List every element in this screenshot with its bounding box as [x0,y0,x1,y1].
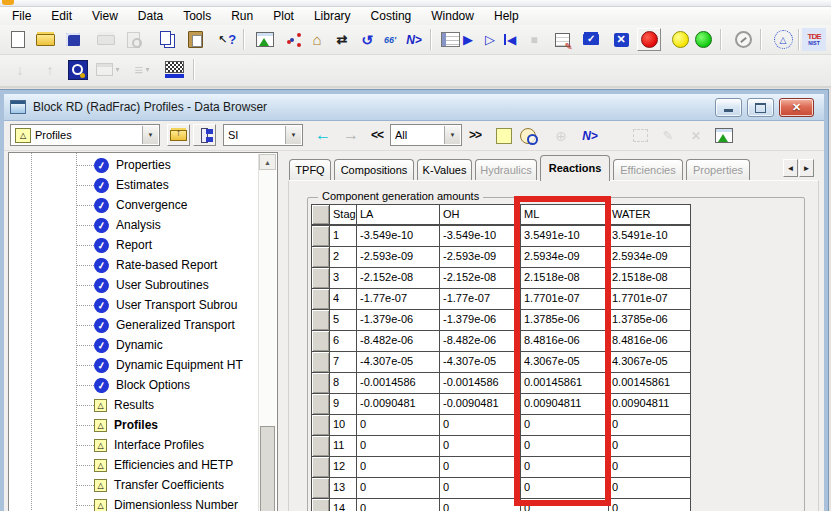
table-cell[interactable]: -4.307e-05 [440,352,521,373]
table-cell[interactable]: 0.00904811 [521,394,609,415]
menu-plot[interactable]: Plot [263,8,304,24]
open-icon[interactable] [33,28,57,51]
table-cell[interactable]: 0 [521,457,609,478]
tree-item-convergence[interactable]: Convergence [9,195,277,215]
print-icon[interactable] [94,28,118,51]
table-cell[interactable]: 1.7701e-07 [521,289,609,310]
units-combo-dropdown[interactable]: ▼ [285,126,301,144]
tab-scroll-left[interactable]: ◄ [783,159,798,177]
tab-k-values[interactable]: K-Values [417,159,472,181]
table-cell[interactable]: 0 [609,478,691,499]
menu-library[interactable]: Library [304,8,361,24]
table-cell[interactable]: 8.4816e-06 [521,331,609,352]
table-cell[interactable]: -2.152e-08 [357,268,440,289]
table-cell[interactable]: 0 [440,499,521,511]
table-cell[interactable]: 0.00145861 [609,373,691,394]
next-input-icon[interactable]: N> [578,124,602,147]
table-cell[interactable]: 0 [357,436,440,457]
menu-costing[interactable]: Costing [361,8,422,24]
row-header[interactable] [311,373,330,394]
table-cell[interactable]: -3.549e-10 [357,226,440,247]
row-header[interactable] [311,478,330,499]
tab-properties[interactable]: Properties [686,159,750,181]
row-header[interactable] [311,352,330,373]
table-cell[interactable]: -2.152e-08 [440,268,521,289]
paste-icon[interactable] [183,28,207,51]
globe-icon[interactable]: ⊕ [549,124,573,147]
table-cell[interactable]: 0 [440,457,521,478]
window-titlebar[interactable]: Block RD (RadFrac) Profiles - Data Brows… [4,94,824,121]
table-cell[interactable]: -8.482e-06 [440,331,521,352]
menu-view[interactable]: View [82,8,128,24]
zoom-select-icon[interactable] [66,58,90,81]
table-cell[interactable]: 0 [440,415,521,436]
table-cell[interactable]: 1.3785e-06 [609,310,691,331]
history-icon[interactable] [516,124,540,147]
redo-down-icon[interactable]: ↓ [8,58,32,81]
redo-up-icon[interactable]: ↑ [38,58,62,81]
table-cell[interactable]: 0.00904811 [609,394,691,415]
save-icon[interactable] [61,28,85,51]
table-cell[interactable]: 2.5934e-09 [521,247,609,268]
scrollbar-thumb[interactable] [260,426,275,511]
table-cell[interactable]: 0 [609,499,691,511]
tree-item-profiles[interactable]: Profiles [9,415,277,435]
window-layout-icon[interactable] [96,58,120,81]
table-cell[interactable]: 2 [330,247,357,268]
table-cell[interactable]: 3.5491e-10 [609,226,691,247]
table-cell[interactable]: -0.0014586 [357,373,440,394]
table-cell[interactable]: 1 [330,226,357,247]
forward-arrow-icon[interactable]: → [340,124,362,146]
pattern-grid-icon[interactable] [162,58,186,81]
row-header[interactable] [311,289,330,310]
table-cell[interactable]: 12 [330,457,357,478]
copy-icon[interactable] [155,28,179,51]
run-icon[interactable]: ▶ [456,28,480,51]
table-cell[interactable]: -0.0014586 [440,373,521,394]
table-cell[interactable]: -0.0090481 [357,394,440,415]
table-cell[interactable]: -1.379e-06 [357,310,440,331]
table-cell[interactable]: 9 [330,394,357,415]
object-combo-dropdown[interactable]: ▼ [142,126,158,144]
table-cell[interactable]: 0 [521,478,609,499]
tab-tpfq[interactable]: TPFQ [289,159,331,181]
cancel-x-icon[interactable] [609,28,633,51]
row-header[interactable] [311,331,330,352]
tree-item-analysis[interactable]: Analysis [9,215,277,235]
status-yellow-icon[interactable] [668,28,692,51]
menu-tools[interactable]: Tools [173,8,221,24]
table-cell[interactable]: 0.00145861 [521,373,609,394]
menu-window[interactable]: Window [421,8,484,24]
table-cell[interactable]: 0 [609,415,691,436]
table-cell[interactable]: 8.4816e-06 [609,331,691,352]
table-cell[interactable]: 1.7701e-07 [609,289,691,310]
table-cell[interactable]: 10 [330,415,357,436]
edit-icon[interactable]: ✎ [656,124,680,147]
check-status-icon[interactable] [579,28,603,51]
help-pointer-icon[interactable]: ? [215,28,239,51]
minimize-button[interactable] [715,98,742,117]
table-cell[interactable]: 0 [357,457,440,478]
row-header[interactable] [311,436,330,457]
tree-item-user-transport-subrou[interactable]: User Transport Subrou [9,295,277,315]
plot-wizard-icon[interactable] [712,124,736,147]
tree-item-properties[interactable]: Properties [9,155,277,175]
table-cell[interactable]: 0 [357,415,440,436]
status-red-icon[interactable] [637,28,661,51]
tab-compositions[interactable]: Compositions [334,159,414,181]
units-combo[interactable]: SI ▼ [223,124,303,146]
table-cell[interactable]: 8 [330,373,357,394]
table-cell[interactable]: -0.0090481 [440,394,521,415]
row-header[interactable] [311,499,330,511]
tree-item-rate-based-report[interactable]: Rate-based Report [9,255,277,275]
table-cell[interactable]: 4.3067e-05 [521,352,609,373]
tree-item-generalized-transport[interactable]: Generalized Transport [9,315,277,335]
table-cell[interactable]: 0 [521,499,609,511]
menu-run[interactable]: Run [221,8,263,24]
tree-item-interface-profiles[interactable]: Interface Profiles [9,435,277,455]
table-cell[interactable]: 0 [609,436,691,457]
new-icon[interactable] [6,28,30,51]
table-cell[interactable]: 0 [357,499,440,511]
close-button[interactable]: ✕ [779,98,814,117]
table-cell[interactable]: -1.379e-06 [440,310,521,331]
